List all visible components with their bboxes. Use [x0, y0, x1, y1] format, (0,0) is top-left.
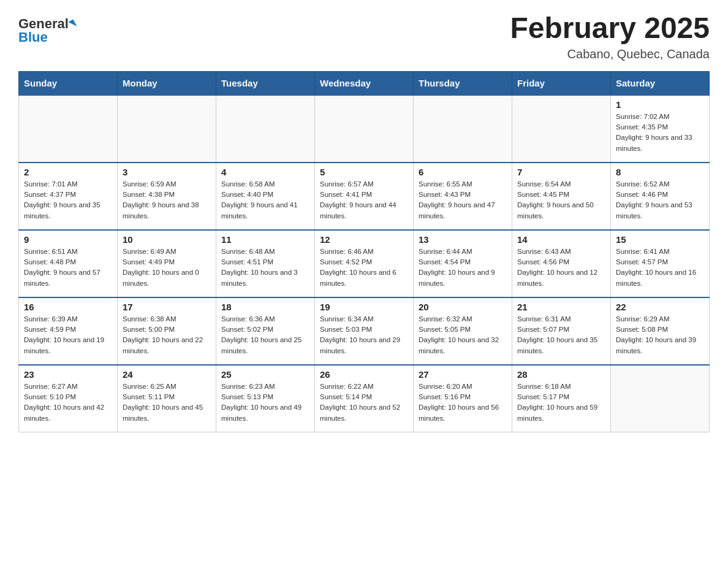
- calendar-week-row: 23Sunrise: 6:27 AM Sunset: 5:10 PM Dayli…: [19, 365, 710, 432]
- calendar-title: February 2025: [510, 12, 710, 45]
- day-info: Sunrise: 6:43 AM Sunset: 4:56 PM Dayligh…: [517, 247, 605, 289]
- table-row: 3Sunrise: 6:59 AM Sunset: 4:38 PM Daylig…: [118, 163, 216, 230]
- day-number: 18: [221, 302, 309, 312]
- day-info: Sunrise: 6:57 AM Sunset: 4:41 PM Dayligh…: [320, 179, 408, 221]
- day-info: Sunrise: 6:36 AM Sunset: 5:02 PM Dayligh…: [221, 314, 309, 356]
- day-number: 17: [123, 302, 211, 312]
- day-number: 25: [221, 369, 309, 380]
- day-number: 20: [419, 302, 507, 312]
- table-row: 11Sunrise: 6:48 AM Sunset: 4:51 PM Dayli…: [216, 230, 315, 297]
- table-row: 13Sunrise: 6:44 AM Sunset: 4:54 PM Dayli…: [414, 230, 512, 297]
- col-friday: Friday: [512, 71, 611, 95]
- col-thursday: Thursday: [414, 71, 512, 95]
- day-info: Sunrise: 6:20 AM Sunset: 5:16 PM Dayligh…: [419, 381, 507, 424]
- page-header: General Blue February 2025 Cabano, Quebe…: [18, 12, 710, 61]
- calendar-header-row: Sunday Monday Tuesday Wednesday Thursday…: [19, 71, 710, 95]
- table-row: 19Sunrise: 6:34 AM Sunset: 5:03 PM Dayli…: [315, 297, 414, 365]
- day-info: Sunrise: 6:51 AM Sunset: 4:48 PM Dayligh…: [24, 247, 112, 289]
- table-row: 4Sunrise: 6:58 AM Sunset: 4:40 PM Daylig…: [216, 163, 315, 230]
- day-number: 16: [24, 302, 112, 312]
- day-number: 12: [320, 234, 408, 245]
- day-number: 23: [24, 369, 112, 380]
- calendar-week-row: 2Sunrise: 7:01 AM Sunset: 4:37 PM Daylig…: [19, 163, 710, 230]
- day-number: 26: [320, 369, 408, 380]
- day-number: 1: [616, 99, 704, 110]
- table-row: [611, 365, 710, 432]
- table-row: [315, 95, 414, 163]
- day-info: Sunrise: 6:39 AM Sunset: 4:59 PM Dayligh…: [24, 314, 112, 356]
- day-number: 28: [517, 369, 605, 380]
- calendar-week-row: 16Sunrise: 6:39 AM Sunset: 4:59 PM Dayli…: [19, 297, 710, 365]
- col-sunday: Sunday: [19, 71, 118, 95]
- day-info: Sunrise: 6:18 AM Sunset: 5:17 PM Dayligh…: [517, 381, 605, 424]
- day-number: 7: [517, 167, 605, 177]
- day-info: Sunrise: 6:55 AM Sunset: 4:43 PM Dayligh…: [419, 179, 507, 221]
- day-info: Sunrise: 6:41 AM Sunset: 4:57 PM Dayligh…: [616, 247, 704, 289]
- col-tuesday: Tuesday: [216, 71, 315, 95]
- table-row: 8Sunrise: 6:52 AM Sunset: 4:46 PM Daylig…: [611, 163, 710, 230]
- day-number: 8: [616, 167, 704, 177]
- calendar-week-row: 9Sunrise: 6:51 AM Sunset: 4:48 PM Daylig…: [19, 230, 710, 297]
- day-number: 24: [123, 369, 211, 380]
- table-row: 10Sunrise: 6:49 AM Sunset: 4:49 PM Dayli…: [118, 230, 216, 297]
- day-number: 3: [123, 167, 211, 177]
- table-row: 17Sunrise: 6:38 AM Sunset: 5:00 PM Dayli…: [118, 297, 216, 365]
- day-number: 19: [320, 302, 408, 312]
- col-saturday: Saturday: [611, 71, 710, 95]
- day-number: 11: [221, 234, 309, 245]
- table-row: 6Sunrise: 6:55 AM Sunset: 4:43 PM Daylig…: [414, 163, 512, 230]
- day-number: 2: [24, 167, 112, 177]
- day-number: 22: [616, 302, 704, 312]
- table-row: 22Sunrise: 6:29 AM Sunset: 5:08 PM Dayli…: [611, 297, 710, 365]
- day-info: Sunrise: 6:32 AM Sunset: 5:05 PM Dayligh…: [419, 314, 507, 356]
- day-number: 9: [24, 234, 112, 245]
- table-row: 14Sunrise: 6:43 AM Sunset: 4:56 PM Dayli…: [512, 230, 611, 297]
- day-info: Sunrise: 6:59 AM Sunset: 4:38 PM Dayligh…: [123, 179, 211, 221]
- table-row: 20Sunrise: 6:32 AM Sunset: 5:05 PM Dayli…: [414, 297, 512, 365]
- day-info: Sunrise: 6:22 AM Sunset: 5:14 PM Dayligh…: [320, 381, 408, 424]
- day-info: Sunrise: 6:23 AM Sunset: 5:13 PM Dayligh…: [221, 381, 309, 424]
- col-monday: Monday: [118, 71, 216, 95]
- table-row: 21Sunrise: 6:31 AM Sunset: 5:07 PM Dayli…: [512, 297, 611, 365]
- table-row: 26Sunrise: 6:22 AM Sunset: 5:14 PM Dayli…: [315, 365, 414, 432]
- day-info: Sunrise: 6:52 AM Sunset: 4:46 PM Dayligh…: [616, 179, 704, 221]
- day-number: 4: [221, 167, 309, 177]
- table-row: 25Sunrise: 6:23 AM Sunset: 5:13 PM Dayli…: [216, 365, 315, 432]
- logo-triangle-icon: [68, 19, 77, 29]
- table-row: 27Sunrise: 6:20 AM Sunset: 5:16 PM Dayli…: [414, 365, 512, 432]
- col-wednesday: Wednesday: [315, 71, 414, 95]
- title-area: February 2025 Cabano, Quebec, Canada: [510, 12, 710, 61]
- day-number: 13: [419, 234, 507, 245]
- day-number: 5: [320, 167, 408, 177]
- table-row: 16Sunrise: 6:39 AM Sunset: 4:59 PM Dayli…: [19, 297, 118, 365]
- table-row: 1Sunrise: 7:02 AM Sunset: 4:35 PM Daylig…: [611, 95, 710, 163]
- day-info: Sunrise: 6:58 AM Sunset: 4:40 PM Dayligh…: [221, 179, 309, 221]
- day-info: Sunrise: 6:25 AM Sunset: 5:11 PM Dayligh…: [123, 381, 211, 424]
- table-row: 18Sunrise: 6:36 AM Sunset: 5:02 PM Dayli…: [216, 297, 315, 365]
- day-info: Sunrise: 6:54 AM Sunset: 4:45 PM Dayligh…: [517, 179, 605, 221]
- day-info: Sunrise: 6:31 AM Sunset: 5:07 PM Dayligh…: [517, 314, 605, 356]
- day-info: Sunrise: 6:46 AM Sunset: 4:52 PM Dayligh…: [320, 247, 408, 289]
- day-info: Sunrise: 7:02 AM Sunset: 4:35 PM Dayligh…: [616, 112, 704, 154]
- day-number: 15: [616, 234, 704, 245]
- day-info: Sunrise: 6:49 AM Sunset: 4:49 PM Dayligh…: [123, 247, 211, 289]
- table-row: 7Sunrise: 6:54 AM Sunset: 4:45 PM Daylig…: [512, 163, 611, 230]
- day-number: 6: [419, 167, 507, 177]
- table-row: 9Sunrise: 6:51 AM Sunset: 4:48 PM Daylig…: [19, 230, 118, 297]
- table-row: [19, 95, 118, 163]
- table-row: 2Sunrise: 7:01 AM Sunset: 4:37 PM Daylig…: [19, 163, 118, 230]
- table-row: 15Sunrise: 6:41 AM Sunset: 4:57 PM Dayli…: [611, 230, 710, 297]
- day-info: Sunrise: 6:38 AM Sunset: 5:00 PM Dayligh…: [123, 314, 211, 356]
- logo: General Blue: [18, 12, 75, 44]
- logo-general-text: General: [18, 17, 69, 31]
- table-row: 28Sunrise: 6:18 AM Sunset: 5:17 PM Dayli…: [512, 365, 611, 432]
- calendar-table: Sunday Monday Tuesday Wednesday Thursday…: [18, 71, 710, 433]
- day-number: 27: [419, 369, 507, 380]
- table-row: 12Sunrise: 6:46 AM Sunset: 4:52 PM Dayli…: [315, 230, 414, 297]
- table-row: [512, 95, 611, 163]
- logo-blue-text: Blue: [18, 31, 48, 44]
- day-info: Sunrise: 6:44 AM Sunset: 4:54 PM Dayligh…: [419, 247, 507, 289]
- table-row: 5Sunrise: 6:57 AM Sunset: 4:41 PM Daylig…: [315, 163, 414, 230]
- day-info: Sunrise: 7:01 AM Sunset: 4:37 PM Dayligh…: [24, 179, 112, 221]
- table-row: [414, 95, 512, 163]
